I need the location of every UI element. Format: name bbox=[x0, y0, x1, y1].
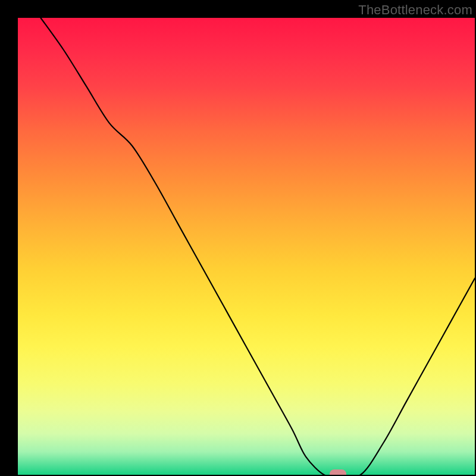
bottleneck-curve bbox=[18, 18, 475, 475]
plot-frame bbox=[18, 18, 475, 475]
attribution-text: TheBottleneck.com bbox=[358, 2, 472, 18]
plot-area bbox=[18, 18, 475, 475]
optimal-marker bbox=[330, 469, 346, 475]
